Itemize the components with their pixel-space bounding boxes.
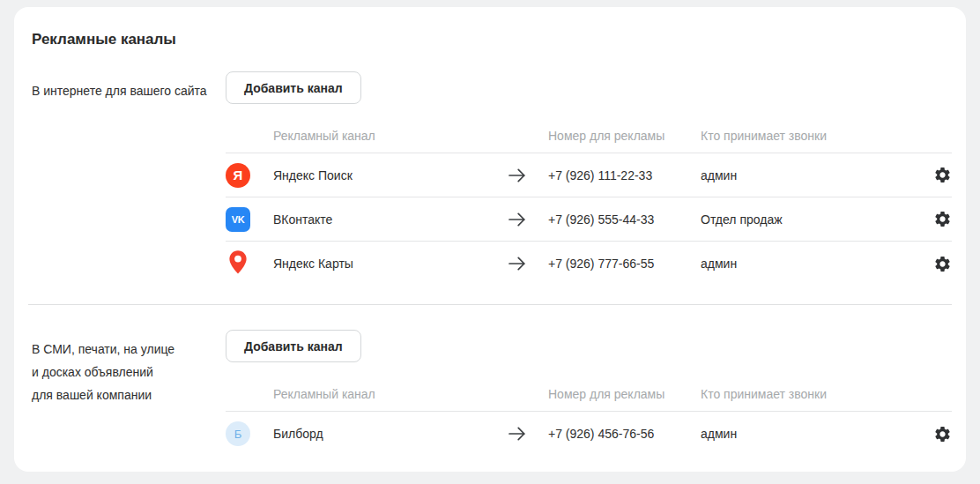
channel-name: Билборд bbox=[273, 427, 507, 441]
column-header-receiver: Кто принимает звонки bbox=[701, 129, 922, 143]
column-header-receiver: Кто принимает звонки bbox=[701, 387, 922, 401]
arrow-right-icon bbox=[507, 165, 528, 186]
table-row: Б Билборд +7 (926) 456-76-56 админ bbox=[226, 412, 952, 456]
settings-gear-icon[interactable] bbox=[932, 254, 952, 273]
channel-receiver: админ bbox=[701, 257, 922, 271]
section-divider bbox=[28, 304, 952, 305]
arrow-right-icon bbox=[507, 209, 528, 230]
internet-channels-table: Рекламный канал Номер для рекламы Кто пр… bbox=[226, 118, 952, 286]
billboard-initial-icon: Б bbox=[226, 421, 250, 446]
channel-name: Яндекс Карты bbox=[273, 257, 507, 271]
channel-phone: +7 (926) 456-76-56 bbox=[548, 427, 701, 441]
settings-gear-icon[interactable] bbox=[932, 210, 952, 229]
section-internet: В интернете для вашего сайта Добавить ка… bbox=[32, 71, 952, 286]
channel-phone: +7 (926) 111-22-33 bbox=[548, 168, 701, 182]
section-label-line: для вашей компании bbox=[32, 383, 226, 406]
yandex-maps-pin-icon bbox=[226, 249, 250, 278]
section-label-line: В СМИ, печати, на улице bbox=[32, 338, 226, 361]
channel-receiver: админ bbox=[701, 168, 922, 182]
column-header-number: Номер для рекламы bbox=[548, 129, 701, 143]
section-label-line: и досках объявлений bbox=[32, 361, 226, 383]
channel-receiver: админ bbox=[701, 427, 922, 441]
settings-gear-icon[interactable] bbox=[932, 166, 952, 185]
section-offline-label: В СМИ, печати, на улице и досках объявле… bbox=[32, 330, 226, 456]
yandex-search-icon: Я bbox=[226, 163, 250, 188]
section-label-line: В интернете для вашего сайта bbox=[32, 79, 226, 102]
channel-name: ВКонтакте bbox=[273, 212, 507, 227]
section-offline: В СМИ, печати, на улице и досках объявле… bbox=[32, 330, 952, 456]
add-channel-button[interactable]: Добавить канал bbox=[226, 330, 361, 362]
arrow-right-icon bbox=[507, 253, 528, 274]
channel-name: Яндекс Поиск bbox=[273, 168, 507, 182]
table-row: Я Яндекс Поиск +7 (926) 111-22-33 админ bbox=[226, 153, 952, 197]
column-header-number: Номер для рекламы bbox=[548, 387, 701, 401]
offline-channels-table: Рекламный канал Номер для рекламы Кто пр… bbox=[226, 376, 952, 456]
section-internet-label: В интернете для вашего сайта bbox=[32, 71, 226, 286]
table-header-row: Рекламный канал Номер для рекламы Кто пр… bbox=[226, 376, 952, 412]
channel-phone: +7 (926) 777-66-55 bbox=[548, 257, 701, 271]
table-header-row: Рекламный канал Номер для рекламы Кто пр… bbox=[226, 118, 952, 153]
add-channel-button[interactable]: Добавить канал bbox=[226, 71, 361, 104]
channel-receiver: Отдел продаж bbox=[701, 212, 922, 227]
vkontakte-icon: VK bbox=[226, 207, 250, 232]
table-row: VK ВКонтакте +7 (926) 555-44-33 Отдел пр… bbox=[226, 197, 952, 242]
column-header-channel: Рекламный канал bbox=[273, 387, 507, 401]
arrow-right-icon bbox=[507, 423, 528, 444]
channel-phone: +7 (926) 555-44-33 bbox=[548, 212, 701, 227]
advertising-channels-card: Рекламные каналы В интернете для вашего … bbox=[14, 7, 966, 472]
table-row: Яндекс Карты +7 (926) 777-66-55 админ bbox=[226, 242, 952, 286]
column-header-channel: Рекламный канал bbox=[273, 129, 507, 143]
page-title: Рекламные каналы bbox=[32, 31, 952, 48]
settings-gear-icon[interactable] bbox=[932, 424, 952, 443]
